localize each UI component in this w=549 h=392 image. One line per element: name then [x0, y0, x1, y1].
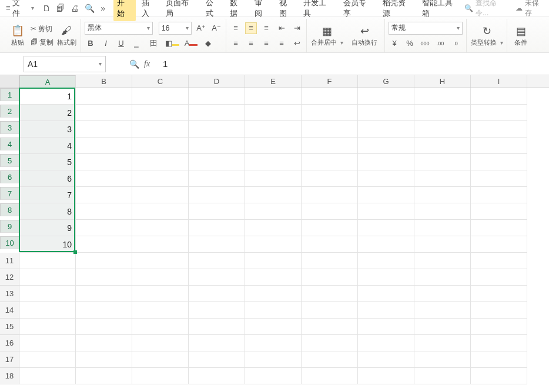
align-left-button[interactable]: ≡ — [230, 38, 242, 49]
cell[interactable] — [358, 236, 414, 253]
cell[interactable] — [302, 220, 358, 236]
cell[interactable] — [471, 138, 527, 154]
cell[interactable] — [471, 236, 527, 253]
cell[interactable] — [358, 138, 414, 154]
cell[interactable] — [76, 286, 132, 302]
auto-wrap-button[interactable]: ↩ 自动换行 — [348, 25, 381, 47]
cell[interactable] — [19, 302, 76, 319]
cell[interactable] — [76, 121, 132, 138]
font-name-select[interactable]: 黑体▾ — [85, 22, 153, 35]
cell[interactable] — [245, 351, 302, 368]
preview-icon[interactable]: 🔍 — [83, 4, 96, 13]
increase-font-button[interactable]: A⁺ — [195, 22, 207, 34]
cell[interactable] — [302, 351, 358, 368]
cell[interactable] — [132, 351, 189, 368]
ribbon-tab-3[interactable]: 公式 — [202, 0, 225, 21]
cell[interactable] — [76, 220, 132, 236]
paste-button[interactable]: 📋 粘贴 — [7, 24, 28, 47]
align-right-button[interactable]: ≡ — [260, 38, 272, 49]
column-header[interactable]: G — [358, 75, 414, 88]
cell[interactable] — [245, 335, 302, 351]
cell[interactable] — [19, 253, 76, 269]
cell[interactable] — [414, 286, 471, 302]
more-icon[interactable]: » — [99, 4, 106, 13]
row-header[interactable]: 4 — [0, 138, 19, 150]
cell[interactable] — [471, 88, 527, 105]
cell[interactable] — [132, 220, 189, 236]
cell[interactable] — [245, 220, 302, 236]
zoom-icon[interactable]: 🔍 — [129, 59, 139, 69]
underline-button[interactable]: U — [115, 38, 127, 49]
cell[interactable] — [358, 319, 414, 335]
cell[interactable]: 7 — [19, 187, 76, 203]
increase-decimal-button[interactable]: .00 — [434, 38, 446, 49]
cell[interactable] — [245, 368, 302, 384]
row-header[interactable]: 8 — [0, 203, 19, 216]
ribbon-tab-8[interactable]: 会员专享 — [340, 0, 377, 21]
cell[interactable] — [302, 121, 358, 138]
cell[interactable] — [414, 351, 471, 368]
cell[interactable] — [302, 187, 358, 203]
cell[interactable] — [19, 351, 76, 368]
cell[interactable] — [132, 138, 189, 154]
row-header[interactable]: 15 — [0, 319, 19, 335]
cell[interactable] — [132, 302, 189, 319]
cell[interactable] — [245, 88, 302, 105]
column-header[interactable]: B — [76, 75, 132, 88]
cell[interactable] — [189, 335, 245, 351]
effects-button[interactable]: ◆ — [202, 38, 214, 49]
cell[interactable] — [132, 187, 189, 203]
cell[interactable] — [358, 88, 414, 105]
cell[interactable] — [302, 319, 358, 335]
align-top-button[interactable]: ≡ — [230, 22, 242, 34]
cell[interactable] — [132, 269, 189, 286]
row-header[interactable]: 11 — [0, 253, 19, 269]
cell[interactable] — [471, 253, 527, 269]
cell[interactable] — [76, 236, 132, 253]
print-icon[interactable]: 🖨 — [69, 4, 80, 13]
cell[interactable] — [414, 203, 471, 220]
cell[interactable] — [414, 302, 471, 319]
row-header[interactable]: 17 — [0, 351, 19, 368]
cell[interactable] — [358, 121, 414, 138]
ribbon-tab-4[interactable]: 数据 — [226, 0, 249, 21]
cell[interactable] — [302, 138, 358, 154]
cell[interactable] — [471, 368, 527, 384]
cell[interactable] — [189, 121, 245, 138]
cell[interactable] — [302, 253, 358, 269]
cell[interactable] — [189, 368, 245, 384]
cell[interactable] — [471, 170, 527, 187]
ribbon-tab-2[interactable]: 页面布局 — [162, 0, 199, 21]
cell[interactable] — [414, 105, 471, 121]
cell[interactable] — [302, 286, 358, 302]
cell[interactable] — [471, 154, 527, 170]
decrease-font-button[interactable]: A⁻ — [210, 22, 222, 34]
cell[interactable] — [414, 154, 471, 170]
cell[interactable] — [471, 220, 527, 236]
cell[interactable] — [189, 220, 245, 236]
column-header[interactable]: E — [245, 75, 302, 88]
font-size-select[interactable]: 16▾ — [159, 22, 192, 35]
row-header[interactable]: 2 — [0, 105, 19, 118]
row-header[interactable]: 16 — [0, 335, 19, 351]
cell[interactable] — [189, 286, 245, 302]
cell[interactable] — [302, 302, 358, 319]
copy-button[interactable]: 🗐复制 — [31, 38, 53, 48]
cell[interactable] — [189, 319, 245, 335]
cell[interactable] — [245, 121, 302, 138]
cell[interactable] — [358, 302, 414, 319]
cell[interactable] — [302, 88, 358, 105]
cell[interactable] — [132, 319, 189, 335]
cell[interactable] — [76, 302, 132, 319]
type-convert-button[interactable]: ↻ 类型转换▾ — [470, 25, 503, 47]
row-header[interactable]: 13 — [0, 286, 19, 302]
column-header[interactable]: C — [132, 75, 189, 88]
cell[interactable] — [189, 351, 245, 368]
cell[interactable] — [414, 236, 471, 253]
cell[interactable] — [358, 269, 414, 286]
cell[interactable]: 10 — [19, 236, 76, 253]
cell[interactable] — [358, 351, 414, 368]
cell[interactable] — [471, 302, 527, 319]
cell[interactable] — [19, 335, 76, 351]
column-header[interactable]: F — [302, 75, 358, 88]
